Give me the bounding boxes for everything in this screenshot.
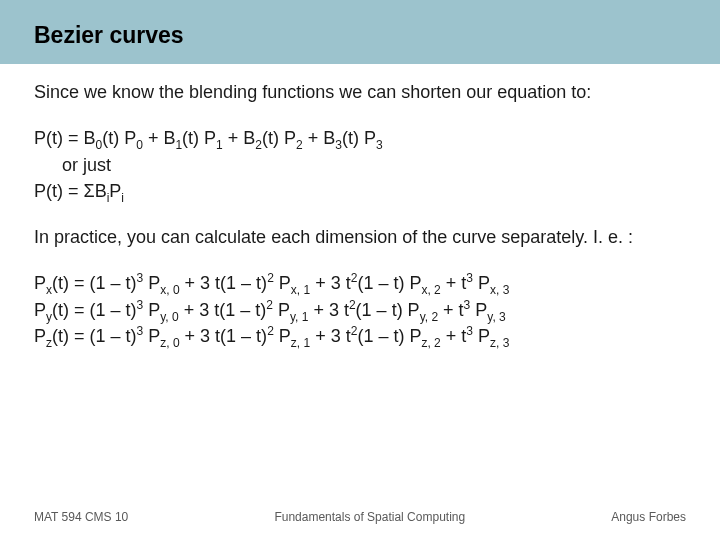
t: (t) P: [182, 128, 216, 148]
practice-text: In practice, you can calculate each dime…: [34, 225, 686, 249]
slide-title: Bezier curves: [34, 22, 184, 49]
t: (t) P: [102, 128, 136, 148]
t: P(t) = B: [34, 128, 96, 148]
footer: MAT 594 CMS 10 Fundamentals of Spatial C…: [34, 510, 686, 524]
t: + B: [303, 128, 336, 148]
s: 1: [216, 138, 223, 152]
eq2-line-z: Pz(t) = (1 – t)3 Pz, 0 + 3 t(1 – t)2 Pz,…: [34, 324, 686, 348]
eq1-line3: P(t) = ΣBiPi: [34, 179, 686, 203]
t: + B: [223, 128, 256, 148]
t: P(t) = ΣB: [34, 181, 107, 201]
intro-text: Since we know the blending functions we …: [34, 80, 686, 104]
s: 3: [376, 138, 383, 152]
footer-right: Angus Forbes: [611, 510, 686, 524]
equation-block-1: P(t) = B0(t) P0 + B1(t) P1 + B2(t) P2 + …: [34, 126, 686, 203]
s: 2: [255, 138, 262, 152]
s: 0: [136, 138, 143, 152]
s: 2: [296, 138, 303, 152]
eq1-line1: P(t) = B0(t) P0 + B1(t) P1 + B2(t) P2 + …: [34, 126, 686, 150]
s: 3: [335, 138, 342, 152]
slide-body: Since we know the blending functions we …: [34, 80, 686, 370]
footer-left: MAT 594 CMS 10: [34, 510, 128, 524]
eq1-line2: or just: [34, 153, 686, 177]
equation-block-2: Px(t) = (1 – t)3 Px, 0 + 3 t(1 – t)2 Px,…: [34, 271, 686, 348]
s: i: [121, 190, 124, 204]
eq2-line-x: Px(t) = (1 – t)3 Px, 0 + 3 t(1 – t)2 Px,…: [34, 271, 686, 295]
t: (t) P: [342, 128, 376, 148]
t: P: [109, 181, 121, 201]
footer-center: Fundamentals of Spatial Computing: [274, 510, 465, 524]
t: + B: [143, 128, 176, 148]
slide: Bezier curves Since we know the blending…: [0, 0, 720, 540]
t: (t) P: [262, 128, 296, 148]
eq2-line-y: Py(t) = (1 – t)3 Py, 0 + 3 t(1 – t)2 Py,…: [34, 298, 686, 322]
